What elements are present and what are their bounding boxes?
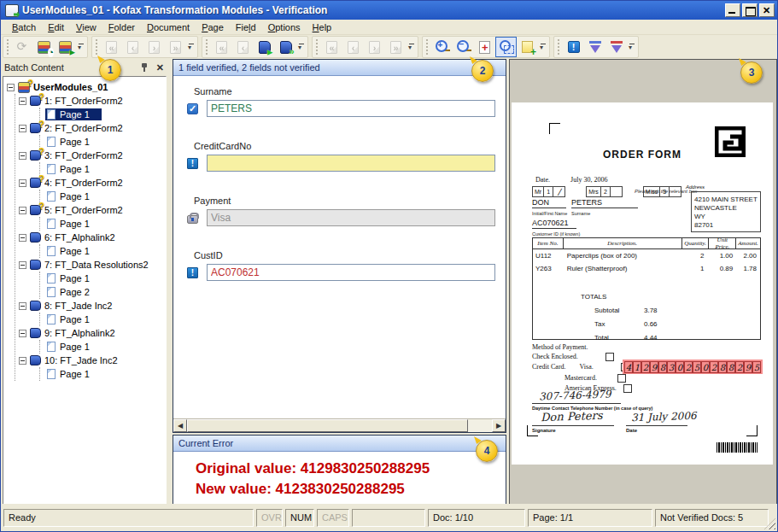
field-label: Surname [194,86,506,96]
zoom-selection-button[interactable] [495,37,517,57]
collapse-icon[interactable] [19,302,26,310]
menu-edit[interactable]: Edit [42,20,70,34]
tree-root[interactable]: ?UserModules_01 [7,80,166,94]
tree-document-6[interactable]: 6: FT_Alphalink2 [19,231,166,244]
address-line: WY [694,213,758,221]
tree-document-8[interactable]: 8: FT_Jade Inc2 [19,299,166,313]
last-document-button[interactable] [275,37,296,57]
toolbar-group-document [202,36,308,58]
toolbar-overflow-chevron[interactable] [187,38,196,56]
tree-page[interactable]: Page 2 [45,285,166,299]
previous-document-icon [237,41,249,54]
field-input-custid[interactable] [207,264,495,281]
card-digit-box: 8 [658,361,667,373]
show-current-error-button[interactable] [563,37,584,57]
collapse-icon[interactable] [7,84,15,91]
menu-help[interactable]: Help [307,20,338,34]
tree-document-5[interactable]: ?5: FT_OrderForm2 [19,203,166,217]
window-title: UserModules_01 - Kofax Transformation Mo… [22,4,725,16]
tree-document-10[interactable]: 10: FT_Jade Inc2 [19,354,166,367]
tree-document-4[interactable]: ?4: FT_OrderForm2 [19,176,166,190]
menu-field[interactable]: Field [230,20,262,34]
toolbar-overflow-chevron[interactable] [297,38,307,56]
collapse-icon[interactable] [19,97,26,105]
panel-close-icon[interactable]: ✕ [155,62,166,73]
menu-options[interactable]: Options [262,20,307,34]
zoom-out-button[interactable] [453,37,474,57]
tree-page[interactable]: Page 1 [45,340,166,354]
collapse-icon[interactable] [19,330,26,337]
tree-page[interactable]: Page 1 [45,313,166,326]
toolbar-overflow-chevron[interactable] [628,38,637,56]
suspend-batch-button[interactable] [33,37,55,57]
order-items-table: Item No.Description.Quantity.Unit Price.… [532,237,761,340]
last-folder-button [165,37,186,57]
next-invalid-field-button[interactable] [605,37,627,57]
previous-invalid-field-button[interactable] [584,37,605,57]
crop-mark-icon [549,123,560,134]
tree-document-9[interactable]: 9: FT_Alphalink2 [19,326,166,340]
scroll-left-button[interactable]: ◀ [173,419,187,432]
field-verification-panel: 1 field verified, 2 fields not verified … [173,59,506,433]
card-digit-box: 4 [624,361,633,373]
tree-page[interactable]: Page 1 [45,190,166,203]
add-note-button[interactable] [517,37,538,57]
surname-value: PETERS [571,198,638,208]
pin-icon[interactable] [139,62,149,73]
tree-page[interactable]: Page 1 [45,135,166,149]
totals-row: Tax0.66 [594,320,605,328]
app-icon [5,4,19,17]
menu-view[interactable]: View [70,20,102,34]
collapse-icon[interactable] [19,234,26,242]
tree-document-1[interactable]: ?1: FT_OrderForm2 [19,94,166,108]
tree-document-3[interactable]: ?3: FT_OrderForm2 [19,149,166,162]
horizontal-scrollbar[interactable]: ◀ ▶ [173,418,506,432]
page-label: Page 1 [60,342,90,352]
tree-page[interactable]: Page 1 [45,162,166,176]
tree-document-2[interactable]: ?2: FT_OrderForm2 [19,121,166,135]
scroll-right-button[interactable]: ▶ [492,419,506,432]
collapse-icon[interactable] [19,207,26,214]
field-input-creditcardno[interactable] [207,155,495,172]
menu-page[interactable]: Page [196,20,230,34]
fit-page-button[interactable] [474,37,495,57]
document-icon [30,232,41,243]
toolbar-overflow-chevron[interactable] [77,38,86,56]
menu-folder[interactable]: Folder [102,20,141,34]
next-document-button[interactable] [254,37,275,57]
menu-document[interactable]: Document [141,20,196,34]
tree-page[interactable]: Page 1 [45,272,166,285]
tree-document-7[interactable]: 7: FT_Data Resolutions2 [19,258,166,272]
collapse-icon[interactable] [19,179,26,187]
signature-caption: Signature [532,428,556,433]
amex-checkbox [623,384,632,393]
toolbar-overflow-chevron[interactable] [407,38,417,56]
zoom-in-button[interactable] [431,37,453,57]
toolbar-overflow-chevron[interactable] [539,38,548,56]
zoom-selection-icon [499,39,514,55]
scrollbar-thumb[interactable] [187,419,468,432]
table-cell: U112 [533,252,564,260]
menu-batch[interactable]: Batch [6,20,42,34]
collapse-icon[interactable] [19,261,26,269]
document-icon: ? [30,178,41,188]
close-button[interactable] [759,3,775,17]
question-mark-icon: ? [27,79,33,88]
question-mark-icon: ? [38,202,44,211]
close-batch-button[interactable] [55,37,76,57]
minimize-button[interactable] [725,3,740,17]
collapse-icon[interactable] [19,125,26,132]
document-viewer[interactable]: ORDER FORM Date. July 30, 2006 Mr1∕Mrs2M… [509,59,777,506]
tree-page[interactable]: Page 1 [45,244,166,258]
tree-page[interactable]: Page 1 [45,108,166,121]
document-icon: ? [30,96,41,106]
question-mark-icon: ? [38,147,44,156]
collapse-icon[interactable] [19,357,26,365]
tree-page[interactable]: Page 1 [45,367,166,381]
question-mark-icon: ? [38,120,44,129]
field-input-surname[interactable] [207,100,495,117]
collapse-icon[interactable] [19,152,26,160]
customer-id-value: AC070621 [532,219,576,229]
tree-page[interactable]: Page 1 [45,217,166,231]
maximize-button[interactable] [742,3,758,17]
